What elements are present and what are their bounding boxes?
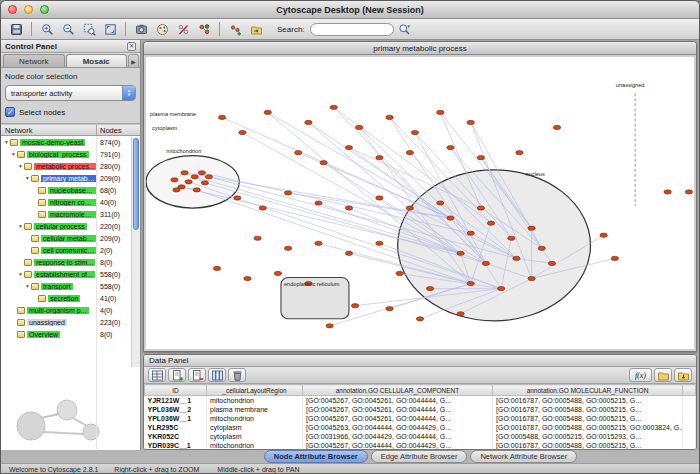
expander-icon[interactable]: ▼ — [24, 175, 31, 181]
graph-node[interactable] — [538, 246, 545, 250]
graph-node[interactable] — [173, 188, 180, 192]
tree-row[interactable]: unassigned223(0) — [1, 316, 140, 328]
graph-node[interactable] — [396, 271, 403, 275]
graph-node[interactable] — [467, 281, 474, 285]
tree-scrollbar-thumb[interactable] — [133, 138, 139, 230]
table-cell[interactable]: YPL036W__2 — [145, 405, 207, 414]
graph-node[interactable] — [437, 201, 444, 205]
attribute-create-button[interactable] — [168, 368, 186, 382]
expander-icon[interactable]: ▼ — [17, 223, 24, 229]
table-row[interactable]: YJR121W__1mitochondrion[GO:0045267, GO:0… — [145, 396, 696, 405]
graph-node[interactable] — [406, 206, 413, 210]
select-nodes-checkbox[interactable]: ✓ — [5, 107, 15, 117]
tree-row[interactable]: ▼cellular process220(0) — [1, 220, 140, 232]
zoom-fit-button[interactable] — [100, 20, 120, 38]
tree-row[interactable]: ▼establishment of...558(0) — [1, 268, 140, 280]
graph-node[interactable] — [326, 324, 333, 328]
graph-node[interactable] — [376, 241, 383, 245]
graph-node[interactable] — [477, 156, 484, 160]
search-options-button[interactable] — [395, 20, 415, 38]
graph-node[interactable] — [234, 196, 241, 200]
graph-node[interactable] — [482, 261, 489, 265]
tree-row[interactable]: ▼primary metabo...209(0) — [1, 172, 140, 184]
graph-node[interactable] — [355, 125, 362, 129]
table-cell[interactable]: [GO:0016787, GO:0005488, GO:0005215, G..… — [493, 405, 683, 414]
tab-edge-attribute-browser[interactable]: Edge Attribute Browser — [371, 450, 468, 463]
graph-node[interactable] — [193, 188, 200, 192]
graph-node[interactable] — [351, 304, 358, 308]
control-panel-close-icon[interactable]: ✕ — [127, 42, 136, 51]
zoom-selected-region-button[interactable] — [79, 20, 99, 38]
graph-node[interactable] — [315, 201, 322, 205]
attribute-delete-button[interactable] — [188, 368, 206, 382]
tab-mosaic[interactable]: Mosaic — [66, 54, 128, 67]
tab-network[interactable]: Network — [3, 54, 65, 67]
table-cell[interactable]: YKR052C — [145, 432, 207, 441]
graph-node[interactable] — [239, 130, 246, 134]
network-window-titlebar[interactable]: primary metabolic process — [144, 42, 696, 55]
tree-row[interactable]: ▼biological_process791(0) — [1, 148, 140, 160]
graph-node[interactable] — [416, 317, 423, 321]
table-cell[interactable]: [GO:0045267, GO:0045261, GO:0044444, G..… — [303, 405, 493, 414]
graph-node[interactable] — [376, 156, 383, 160]
graph-node[interactable] — [386, 307, 393, 311]
table-cell[interactable]: [GO:0016787, GO:0005488, GO:0005215, G..… — [493, 441, 683, 450]
table-row[interactable]: YPL036W__1mitochondrion[GO:0045267, GO:0… — [145, 414, 696, 423]
graph-node[interactable] — [201, 181, 208, 185]
zoom-in-button[interactable] — [37, 20, 57, 38]
graph-node[interactable] — [528, 276, 535, 280]
table-cell[interactable]: [GO:0005488, GO:0005215, GO:0015293, G..… — [493, 432, 683, 441]
table-row[interactable]: YLR295Ccytoplasm[GO:0045263, GO:0044444,… — [145, 423, 696, 432]
table-row[interactable]: YPL036W__2plasma membrane[GO:0045267, GO… — [145, 405, 696, 414]
graph-node[interactable] — [513, 256, 520, 260]
graph-node[interactable] — [171, 178, 178, 182]
table-cell[interactable]: [GO:0016787, GO:0005488, GO:0005215, GO:… — [493, 423, 683, 432]
graph-node[interactable] — [376, 196, 383, 200]
table-cell[interactable]: YJR121W__1 — [145, 396, 207, 405]
tab-network-attribute-browser[interactable]: Network Attribute Browser — [470, 450, 577, 463]
graph-node[interactable] — [411, 130, 418, 134]
graph-node[interactable] — [284, 246, 291, 250]
table-header-cell[interactable]: _cellularLayoutRegion — [207, 385, 303, 396]
expander-icon[interactable]: ▼ — [17, 271, 24, 277]
graph-node[interactable] — [548, 261, 555, 265]
table-cell[interactable]: YPL036W__1 — [145, 414, 207, 423]
graph-node[interactable] — [320, 161, 327, 165]
search-input[interactable] — [310, 23, 394, 36]
graph-node[interactable] — [259, 206, 266, 210]
close-button[interactable] — [8, 5, 17, 14]
graph-node[interactable] — [315, 241, 322, 245]
graph-node[interactable] — [447, 216, 454, 220]
graph-node[interactable] — [284, 191, 291, 195]
node-color-dropdown[interactable]: transporter activity ▲▼ — [5, 85, 136, 101]
new-network-button[interactable] — [225, 20, 245, 38]
open-attributes-button[interactable] — [654, 368, 672, 382]
tree-row[interactable]: ▼mosaic-demo-yeast874(0) — [1, 136, 140, 148]
graph-node[interactable] — [205, 175, 212, 179]
tree-row[interactable]: nitrogen compo...40(0) — [1, 196, 140, 208]
function-builder-button[interactable]: f(x) — [629, 368, 652, 382]
table-cell[interactable]: mitochondrion — [207, 414, 303, 423]
graph-node[interactable] — [191, 175, 198, 179]
table-row[interactable]: YDR039C__1mitochondrion[GO:0045267, GO:0… — [145, 441, 696, 450]
graph-node[interactable] — [664, 190, 671, 194]
tree-column-network[interactable]: Network — [1, 125, 97, 135]
graph-node[interactable] — [345, 146, 352, 150]
tab-node-attribute-browser[interactable]: Node Attribute Browser — [264, 450, 368, 463]
table-cell[interactable]: [GO:0045267, GO:0044444, GO:0044429, G..… — [303, 441, 493, 450]
vizmapper-button[interactable] — [152, 20, 172, 38]
graph-node[interactable] — [406, 151, 413, 155]
tree-scrollbar[interactable] — [131, 137, 140, 367]
graph-node[interactable] — [198, 171, 205, 175]
tree-row[interactable]: secretion41(0) — [1, 292, 140, 304]
graph-node[interactable] — [305, 120, 312, 124]
table-cell[interactable]: cytoplasm — [207, 423, 303, 432]
table-header-cell[interactable]: annotation.GO MOLECULAR_FUNCTION — [493, 385, 683, 396]
graph-node[interactable] — [685, 190, 692, 194]
table-cell[interactable]: YDR039C__1 — [145, 441, 207, 450]
table-cell[interactable]: cytoplasm — [207, 432, 303, 441]
graph-node[interactable] — [218, 115, 225, 119]
tree-row[interactable]: multi-organism p...4(0) — [1, 304, 140, 316]
table-cell[interactable]: YLR295C — [145, 423, 207, 432]
network-canvas[interactable]: plasma membranecytoplasmmitochondrionnuc… — [145, 56, 695, 350]
